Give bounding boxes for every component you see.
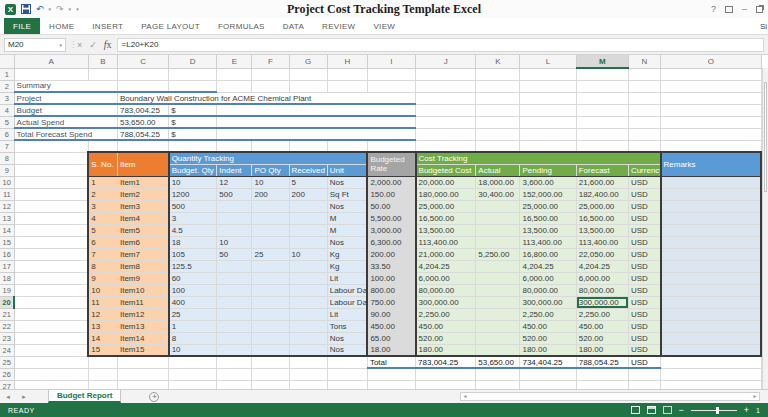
cell-sno[interactable]: 3 xyxy=(88,200,117,212)
header-currency[interactable]: Currency xyxy=(628,164,660,176)
restore-window-icon[interactable] xyxy=(756,6,763,13)
summary-unit[interactable]: $ xyxy=(169,116,217,128)
cell[interactable] xyxy=(88,68,117,80)
column-header-l[interactable]: L xyxy=(520,55,576,68)
cell[interactable] xyxy=(661,80,761,92)
cell[interactable] xyxy=(628,92,660,104)
cell-budgeted-cost[interactable]: 16,500.00 xyxy=(416,212,476,224)
summary-label[interactable]: Project xyxy=(14,92,117,104)
cell-item[interactable]: Item7 xyxy=(117,248,168,260)
cell-currency[interactable]: USD xyxy=(628,176,660,188)
cell-unit[interactable]: Nos xyxy=(327,200,367,212)
cell-remarks[interactable] xyxy=(661,212,761,224)
cell[interactable] xyxy=(14,188,88,200)
cell-budget-qty[interactable]: 10 xyxy=(169,344,217,356)
horizontal-scrollbar-thumb[interactable] xyxy=(469,393,751,400)
row-header-19[interactable]: 19 xyxy=(0,284,14,296)
cell[interactable] xyxy=(367,68,415,80)
cell-currency[interactable]: USD xyxy=(628,236,660,248)
undo-icon[interactable]: ↶ xyxy=(36,4,44,14)
header-budget-qty[interactable]: Budget. Qty xyxy=(169,164,217,176)
total-budgeted-cost[interactable]: 783,004.25 xyxy=(416,356,476,368)
vertical-scrollbar[interactable] xyxy=(762,68,768,389)
cell-unit[interactable]: Lit xyxy=(327,308,367,320)
cell[interactable] xyxy=(416,92,476,104)
cell-budgeted-cost[interactable]: 21,000.00 xyxy=(416,248,476,260)
cell[interactable] xyxy=(327,356,367,368)
sheet-tab-budget-report[interactable]: Budget Report xyxy=(48,390,122,403)
cell[interactable] xyxy=(289,368,327,380)
cell-pending[interactable]: 16,500.00 xyxy=(520,212,576,224)
cell[interactable] xyxy=(14,236,88,248)
cell[interactable] xyxy=(117,380,168,389)
cell-budgeted-cost[interactable]: 80,000.00 xyxy=(416,284,476,296)
header-cost-tracking[interactable]: Cost Tracking xyxy=(416,152,661,164)
cell[interactable] xyxy=(520,368,576,380)
cell-remarks[interactable] xyxy=(661,236,761,248)
vertical-scrollbar-thumb[interactable] xyxy=(764,82,767,192)
cell[interactable] xyxy=(14,140,88,152)
ribbon-tab-file[interactable]: FILE xyxy=(4,18,40,34)
hscroll-right-icon[interactable]: ► xyxy=(751,393,759,400)
save-icon[interactable] xyxy=(21,4,31,14)
row-header-4[interactable]: 4 xyxy=(0,104,14,116)
cell[interactable] xyxy=(252,380,289,389)
cell-sno[interactable]: 5 xyxy=(88,224,117,236)
cell[interactable] xyxy=(217,368,252,380)
cell-received[interactable] xyxy=(289,332,327,344)
cell[interactable] xyxy=(252,368,289,380)
cell-sno[interactable]: 14 xyxy=(88,332,117,344)
cell[interactable] xyxy=(14,320,88,332)
cell-item[interactable]: Item14 xyxy=(117,332,168,344)
enter-icon[interactable]: ✓ xyxy=(87,40,99,50)
total-label[interactable]: Total xyxy=(367,356,415,368)
cell-received[interactable]: 5 xyxy=(289,176,327,188)
cell-budgeted-cost[interactable]: 2,250.00 xyxy=(416,308,476,320)
cell-currency[interactable]: USD xyxy=(628,200,660,212)
cell-budgeted-cost[interactable]: 20,000.00 xyxy=(416,176,476,188)
cell-remarks[interactable] xyxy=(661,188,761,200)
cell-sno[interactable]: 13 xyxy=(88,320,117,332)
cell-indent[interactable]: 12 xyxy=(217,176,252,188)
cell[interactable] xyxy=(88,380,117,389)
cell-po-qty[interactable] xyxy=(252,308,289,320)
cell-pending[interactable]: 25,000.00 xyxy=(520,200,576,212)
cell[interactable] xyxy=(661,140,761,152)
summary-label[interactable]: Actual Spend xyxy=(14,116,117,128)
cell-unit[interactable]: Sq Ft xyxy=(327,188,367,200)
cell-pending[interactable]: 2,250.00 xyxy=(520,308,576,320)
cell[interactable] xyxy=(576,68,628,80)
cell-po-qty[interactable] xyxy=(252,212,289,224)
row-header-8[interactable]: 8 xyxy=(0,152,14,164)
cell[interactable] xyxy=(217,356,252,368)
cell-currency[interactable]: USD xyxy=(628,320,660,332)
cell[interactable] xyxy=(661,128,761,140)
cell[interactable] xyxy=(14,332,88,344)
cell[interactable] xyxy=(416,104,476,116)
cell-po-qty[interactable] xyxy=(252,260,289,272)
ribbon-tab-home[interactable]: HOME xyxy=(40,18,83,34)
cell-pending[interactable]: 4,204.25 xyxy=(520,260,576,272)
cell-currency[interactable]: USD xyxy=(628,344,660,356)
total-currency[interactable]: USD xyxy=(628,356,660,368)
cell[interactable] xyxy=(661,356,761,368)
ribbon-tab-formulas[interactable]: FORMULAS xyxy=(209,18,274,34)
cell[interactable] xyxy=(476,368,520,380)
cell[interactable] xyxy=(289,80,327,92)
summary-value[interactable]: 788,054.25 xyxy=(117,128,168,140)
cell[interactable] xyxy=(416,128,476,140)
cell-budget-qty[interactable]: 1 xyxy=(169,320,217,332)
cell-po-qty[interactable] xyxy=(252,224,289,236)
new-sheet-icon[interactable]: + xyxy=(149,392,159,402)
row-header-27[interactable]: 27 xyxy=(0,380,14,389)
cell-item[interactable]: Item15 xyxy=(117,344,168,356)
cell[interactable] xyxy=(14,176,88,188)
cancel-icon[interactable]: × xyxy=(75,40,84,50)
cell-rate[interactable]: 33.50 xyxy=(367,260,415,272)
cell-pending[interactable]: 6,000.00 xyxy=(520,272,576,284)
cell-budget-qty[interactable]: 400 xyxy=(169,296,217,308)
cell-unit[interactable]: Lit xyxy=(327,272,367,284)
cell[interactable] xyxy=(576,380,628,389)
zoom-out-icon[interactable]: − xyxy=(679,406,684,415)
cell-actual[interactable] xyxy=(476,332,520,344)
